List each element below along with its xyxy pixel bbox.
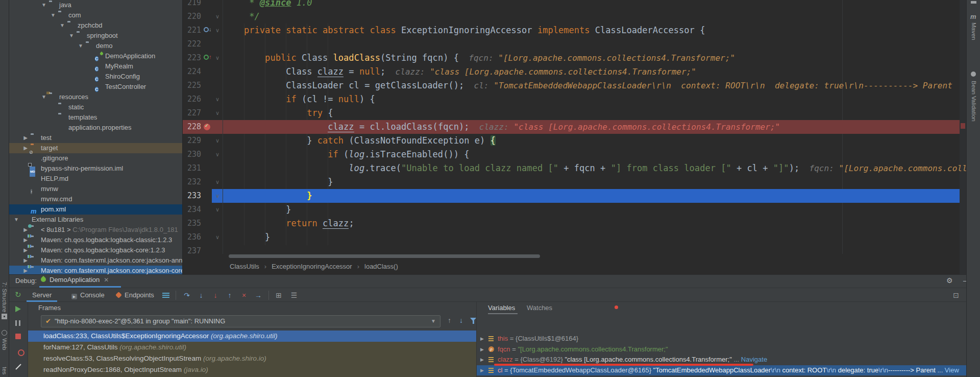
code-line-235[interactable]: 235 return clazz; xyxy=(183,217,960,230)
code-line-225[interactable]: 225 ClassLoader cl = getClassLoader(); c… xyxy=(183,79,960,92)
fold-marker-icon[interactable]: ∨ xyxy=(215,23,219,37)
tool-tab-structure[interactable]: 7: Structure xyxy=(2,282,8,312)
tree-item-test[interactable]: ▶test xyxy=(9,133,182,143)
expanded-arrow-icon[interactable]: ▼ xyxy=(50,10,57,20)
fold-marker-icon[interactable]: ∨ xyxy=(215,92,219,106)
code-line-236[interactable]: 236∨ } xyxy=(183,230,960,244)
code-editor[interactable]: 219 * @since 1.0220∨ */221∨ private stat… xyxy=(183,0,966,274)
line-number[interactable]: 230 xyxy=(186,148,201,161)
error-stripe[interactable] xyxy=(960,0,966,274)
stop-icon[interactable] xyxy=(15,334,21,339)
variable-row[interactable]: ▶clazz = {Class@6192} "class [Lorg.apach… xyxy=(477,355,966,365)
fold-marker-icon[interactable]: ∨ xyxy=(215,189,219,203)
resume-icon[interactable] xyxy=(15,306,21,312)
overrides-marker-icon[interactable] xyxy=(204,55,209,60)
force-step-into-icon[interactable]: ↓ xyxy=(210,290,220,300)
tree-item-application-properties[interactable]: application.properties xyxy=(9,123,182,133)
code-line-231[interactable]: 231 log.trace("Unable to load clazz name… xyxy=(183,161,960,175)
line-number[interactable]: 235 xyxy=(186,217,201,230)
code-line-221[interactable]: 221∨ private static abstract class Excep… xyxy=(183,23,960,37)
line-number[interactable]: 234 xyxy=(186,203,201,217)
expanded-arrow-icon[interactable]: ▼ xyxy=(40,0,47,10)
fold-marker-icon[interactable]: ∨ xyxy=(215,10,219,23)
code-line-226[interactable]: 226∨ if (cl != null) { xyxy=(183,92,960,106)
line-number[interactable]: 221 xyxy=(186,23,201,37)
filter-frames-icon[interactable] xyxy=(470,318,476,321)
line-number[interactable]: 228 xyxy=(186,120,201,134)
tree-item-maven-ch-qos-logback-logback-classic-1-2-3[interactable]: ▶Maven: ch.qos.logback:logback-classic:1… xyxy=(9,235,182,245)
frame-row[interactable]: loadClass:233, ClassUtils$ExceptionIgnor… xyxy=(28,331,476,342)
implemented-marker-icon[interactable] xyxy=(204,27,209,32)
frame-row[interactable]: resolveClass:53, ClassResolvingObjectInp… xyxy=(28,353,476,364)
fold-marker-icon[interactable]: ∨ xyxy=(215,203,219,217)
tree-item-target[interactable]: ▶target xyxy=(9,143,182,153)
tab-watches[interactable]: Watches xyxy=(527,304,552,312)
run-to-cursor-icon[interactable]: → xyxy=(253,290,263,300)
expanded-arrow-icon[interactable]: ▼ xyxy=(77,41,84,51)
tree-item-testcontroller[interactable]: CTestController xyxy=(9,82,182,92)
tree-item--gitignore[interactable]: .gitignore xyxy=(9,153,182,163)
frame-row[interactable]: forName:127, ClassUtils (org.apache.shir… xyxy=(28,342,476,353)
variable-row[interactable]: ▶cl = {TomcatEmbeddedWebappClassLoader@6… xyxy=(477,365,966,375)
tree-item-maven-com-fasterxml-jackson-core-jackson-core[interactable]: ▶Maven: com.fasterxml.jackson.core:jacks… xyxy=(9,266,182,274)
expand-arrow-icon[interactable]: ▶ xyxy=(480,365,484,375)
code-line-233[interactable]: 233∨ } xyxy=(183,189,960,203)
pause-icon[interactable] xyxy=(15,320,20,326)
tab-server[interactable]: Server xyxy=(32,288,52,302)
frame-row[interactable]: readNonProxyDesc:1868, ObjectInputStream… xyxy=(28,364,476,375)
breadcrumb-item[interactable]: ClassUtils xyxy=(230,263,259,270)
line-number[interactable]: 233 xyxy=(186,189,201,203)
collapsed-arrow-icon[interactable]: ▶ xyxy=(22,133,29,143)
expand-arrow-icon[interactable]: ▶ xyxy=(480,355,484,365)
code-line-227[interactable]: 227∨ try { xyxy=(183,106,960,120)
tree-item-external-libraries[interactable]: ▼External Libraries xyxy=(9,215,182,225)
code-line-228[interactable]: 228 clazz = cl.loadClass(fqcn); clazz: "… xyxy=(183,120,960,134)
fold-marker-icon[interactable]: ∨ xyxy=(215,175,219,189)
expand-arrow-icon[interactable]: ▶ xyxy=(480,344,484,355)
layout-settings-icon[interactable]: ☰ xyxy=(289,290,299,300)
tree-item-maven-ch-qos-logback-logback-core-1-2-3[interactable]: ▶Maven: ch.qos.logback:logback-core:1.2.… xyxy=(9,245,182,255)
fold-marker-icon[interactable]: ∨ xyxy=(215,51,219,65)
tab-endpoints[interactable]: Endpoints xyxy=(116,288,154,302)
tree-item-demo[interactable]: ▼demo xyxy=(9,41,182,51)
expanded-arrow-icon[interactable]: ▼ xyxy=(59,20,66,31)
breadcrumb-item[interactable]: ExceptionIgnoringAccessor xyxy=(272,263,352,270)
line-number[interactable]: 232 xyxy=(186,175,201,189)
breadcrumb-item[interactable]: loadClass() xyxy=(364,263,398,270)
web-globe-icon[interactable] xyxy=(2,330,7,336)
line-number[interactable]: 236 xyxy=(186,230,201,244)
value-link[interactable]: View xyxy=(945,366,959,374)
tree-item-resources[interactable]: ▼resources xyxy=(9,92,182,102)
tab-console[interactable]: ▶Console xyxy=(71,288,105,302)
tree-item-zpchcbd[interactable]: ▼zpchcbd xyxy=(9,20,182,31)
line-number[interactable]: 223 xyxy=(186,51,201,65)
step-out-icon[interactable]: ↑ xyxy=(225,290,235,300)
line-number[interactable]: 224 xyxy=(186,65,201,79)
settings-gear-icon[interactable]: ⚙ xyxy=(946,276,953,285)
code-line-230[interactable]: 230∨ if (log.isTraceEnabled()) { xyxy=(183,148,960,161)
tab-variables[interactable]: Variables xyxy=(488,304,515,312)
frame-up-icon[interactable]: ↑ xyxy=(448,316,451,324)
step-over-icon[interactable]: ↷ xyxy=(182,290,192,300)
tool-tab-web[interactable]: Web xyxy=(2,338,8,350)
fold-marker-icon[interactable]: ∨ xyxy=(215,134,219,148)
tool-tab-partial[interactable]: tes xyxy=(2,367,8,374)
close-tab-icon[interactable]: ✕ xyxy=(104,276,109,284)
tree-item-mvnw-cmd[interactable]: mvnw.cmd xyxy=(9,194,182,204)
run-config-tab[interactable]: DemoApplication✕ xyxy=(41,276,109,287)
tree-item-com[interactable]: ▼com xyxy=(9,10,182,20)
tree-item-shiroconfig[interactable]: CShiroConfig xyxy=(9,72,182,82)
line-number[interactable]: 220 xyxy=(186,10,201,23)
frame-down-icon[interactable]: ↓ xyxy=(459,316,463,324)
code-line-219[interactable]: 219 * @since 1.0 xyxy=(183,0,960,10)
code-line-223[interactable]: 223∨ public Class loadClass(String fqcn)… xyxy=(183,51,960,65)
evaluate-expression-icon[interactable]: ⊞ xyxy=(274,290,284,300)
fold-marker-icon[interactable]: ∨ xyxy=(215,106,219,120)
line-number[interactable]: 231 xyxy=(186,161,201,175)
expanded-arrow-icon[interactable]: ▼ xyxy=(68,31,75,41)
line-number[interactable]: 226 xyxy=(186,92,201,106)
line-number[interactable]: 225 xyxy=(186,79,201,92)
code-line-224[interactable]: 224 Class clazz = null; clazz: "class [L… xyxy=(183,65,960,79)
fold-marker-icon[interactable]: ∨ xyxy=(215,230,219,244)
fold-marker-icon[interactable]: ∨ xyxy=(215,148,219,161)
